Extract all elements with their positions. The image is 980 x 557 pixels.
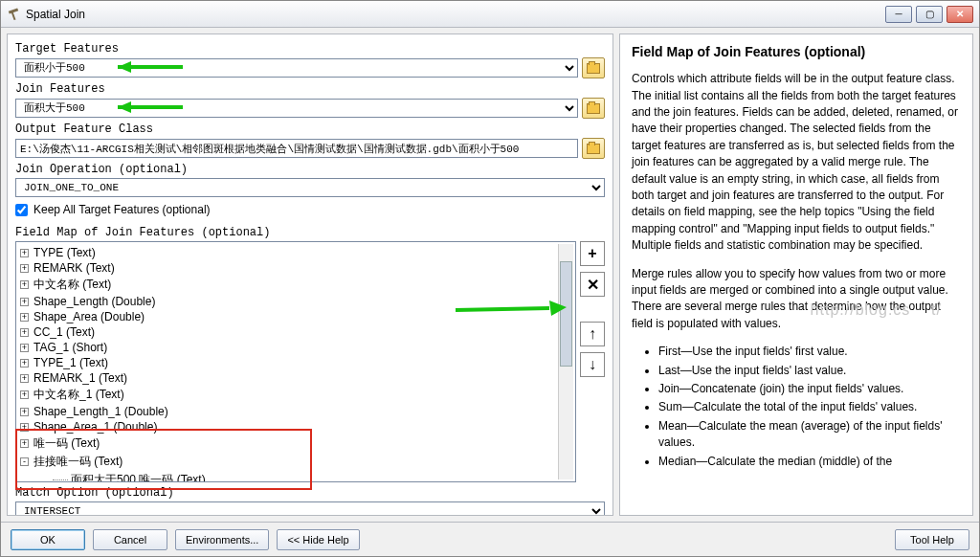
browse-target-button[interactable] bbox=[582, 57, 605, 78]
help-bullet: Median—Calculate the median (middle) of … bbox=[658, 454, 961, 470]
tree-item-label: 中文名称 (Text) bbox=[33, 277, 111, 293]
target-features-label: Target Features bbox=[15, 42, 605, 56]
fieldmap-label: Field Map of Join Features (optional) bbox=[15, 226, 605, 239]
join-features-input[interactable]: 面积大于500 bbox=[15, 99, 578, 118]
expand-icon[interactable]: + bbox=[20, 408, 29, 416]
tree-item[interactable]: +REMARK_1 (Text) bbox=[16, 370, 575, 386]
help-bullet: First—Use the input fields' first value. bbox=[658, 344, 961, 360]
tree-item-label: REMARK (Text) bbox=[33, 261, 115, 275]
expand-icon[interactable]: + bbox=[20, 313, 29, 322]
cancel-button[interactable]: Cancel bbox=[93, 529, 167, 550]
minimize-button[interactable]: ─ bbox=[885, 6, 912, 23]
expand-icon[interactable]: + bbox=[20, 264, 29, 273]
window-title: Spatial Join bbox=[26, 8, 85, 21]
button-bar: OK Cancel Environments... << Hide Help T… bbox=[1, 522, 979, 556]
tree-item-label: TYPE (Text) bbox=[33, 246, 96, 259]
delete-field-button[interactable]: ✕ bbox=[580, 272, 605, 297]
help-para-1: Controls which attribute fields will be … bbox=[632, 71, 961, 254]
folder-icon bbox=[587, 63, 600, 74]
match-option-label: Match Option (optional) bbox=[15, 486, 605, 500]
output-class-label: Output Feature Class bbox=[15, 123, 605, 136]
expand-icon[interactable]: + bbox=[20, 439, 29, 448]
expand-icon[interactable]: - bbox=[20, 457, 29, 466]
expand-icon[interactable]: + bbox=[20, 280, 29, 289]
browse-join-button[interactable] bbox=[582, 98, 605, 119]
tree-item-label: Shape_Area (Double) bbox=[33, 310, 145, 323]
expand-icon[interactable]: + bbox=[20, 344, 29, 352]
tree-item[interactable]: +Shape_Length (Double) bbox=[16, 294, 575, 309]
form-panel: Target Features 面积小于500 Join Features 面积… bbox=[7, 33, 613, 516]
join-features-label: Join Features bbox=[15, 82, 605, 96]
tool-help-button[interactable]: Tool Help bbox=[895, 529, 969, 550]
maximize-button[interactable]: ▢ bbox=[916, 6, 943, 23]
tree-item-label: 中文名称_1 (Text) bbox=[33, 387, 124, 403]
move-down-button[interactable]: ↓ bbox=[580, 352, 605, 377]
tree-item[interactable]: +唯一码 (Text) bbox=[16, 434, 575, 453]
tree-item-label: TAG_1 (Short) bbox=[33, 341, 107, 354]
expand-icon[interactable]: + bbox=[20, 249, 29, 257]
help-bullet: Mean—Calculate the mean (average) of the… bbox=[658, 418, 961, 452]
expand-icon[interactable]: + bbox=[20, 423, 29, 432]
folder-icon bbox=[587, 103, 600, 114]
keep-all-checkbox[interactable] bbox=[15, 204, 28, 216]
tree-item[interactable]: +REMARK (Text) bbox=[16, 260, 575, 276]
tree-item[interactable]: -挂接唯一码 (Text) bbox=[16, 453, 575, 471]
fieldmap-tree[interactable]: +TYPE (Text)+REMARK (Text)+中文名称 (Text)+S… bbox=[15, 241, 576, 482]
tree-item[interactable]: +CC_1 (Text) bbox=[16, 324, 575, 340]
help-bullet: Sum—Calculate the total of the input fie… bbox=[658, 399, 961, 415]
tree-item-label: Shape_Area_1 (Double) bbox=[33, 420, 157, 434]
scrollbar[interactable] bbox=[558, 244, 573, 479]
tree-item[interactable]: +中文名称_1 (Text) bbox=[16, 386, 575, 404]
move-up-button[interactable]: ↑ bbox=[580, 322, 605, 346]
expand-icon[interactable]: + bbox=[20, 298, 29, 306]
join-op-select[interactable]: JOIN_ONE_TO_ONE bbox=[15, 178, 605, 197]
tree-item-label: REMARK_1 (Text) bbox=[33, 371, 127, 385]
keep-all-label: Keep All Target Features (optional) bbox=[33, 203, 211, 216]
expand-icon[interactable]: + bbox=[20, 374, 29, 383]
add-field-button[interactable]: + bbox=[580, 241, 605, 266]
tree-item[interactable]: 面积大于500.唯一码 (Text) bbox=[16, 471, 575, 482]
browse-output-button[interactable] bbox=[582, 138, 605, 159]
tree-item-label: Shape_Length_1 (Double) bbox=[33, 405, 168, 418]
hide-help-button[interactable]: << Hide Help bbox=[277, 529, 359, 550]
target-features-input[interactable]: 面积小于500 bbox=[15, 58, 578, 78]
tree-item-label: 挂接唯一码 (Text) bbox=[33, 454, 122, 470]
tree-item[interactable]: +TYPE (Text) bbox=[16, 245, 575, 260]
match-option-select[interactable]: INTERSECT bbox=[15, 501, 605, 516]
expand-icon[interactable]: + bbox=[20, 328, 29, 337]
output-class-input[interactable] bbox=[15, 139, 578, 158]
titlebar: Spatial Join ─ ▢ ✕ bbox=[1, 1, 979, 28]
tree-item-label: CC_1 (Text) bbox=[33, 325, 95, 339]
expand-icon[interactable]: + bbox=[20, 359, 29, 368]
tree-item[interactable]: +Shape_Length_1 (Double) bbox=[16, 404, 575, 419]
help-para-2: Merge rules allow you to specify how val… bbox=[632, 266, 961, 333]
tree-item-label: 唯一码 (Text) bbox=[33, 435, 100, 452]
tree-item[interactable]: +TAG_1 (Short) bbox=[16, 340, 575, 355]
environments-button[interactable]: Environments... bbox=[175, 529, 269, 550]
expand-icon[interactable]: + bbox=[20, 390, 29, 399]
help-bullet: Join—Concatenate (join) the input fields… bbox=[658, 381, 961, 397]
ok-button[interactable]: OK bbox=[11, 529, 85, 550]
join-op-label: Join Operation (optional) bbox=[15, 163, 605, 176]
help-panel: Field Map of Join Features (optional) Co… bbox=[619, 33, 973, 516]
app-icon bbox=[7, 8, 20, 21]
tree-item-label: TYPE_1 (Text) bbox=[33, 356, 108, 369]
tree-item-label: 面积大于500.唯一码 (Text) bbox=[71, 472, 206, 482]
tree-item[interactable]: +Shape_Area_1 (Double) bbox=[16, 419, 575, 434]
close-button[interactable]: ✕ bbox=[947, 6, 973, 23]
help-heading: Field Map of Join Features (optional) bbox=[632, 42, 961, 61]
tree-item[interactable]: +中文名称 (Text) bbox=[16, 276, 575, 294]
folder-icon bbox=[587, 144, 600, 154]
tree-item[interactable]: +Shape_Area (Double) bbox=[16, 309, 575, 324]
tree-item[interactable]: +TYPE_1 (Text) bbox=[16, 355, 575, 370]
help-bullets: First—Use the input fields' first value.… bbox=[658, 344, 961, 470]
help-bullet: Last—Use the input fields' last value. bbox=[658, 363, 961, 379]
tree-item-label: Shape_Length (Double) bbox=[33, 295, 155, 308]
